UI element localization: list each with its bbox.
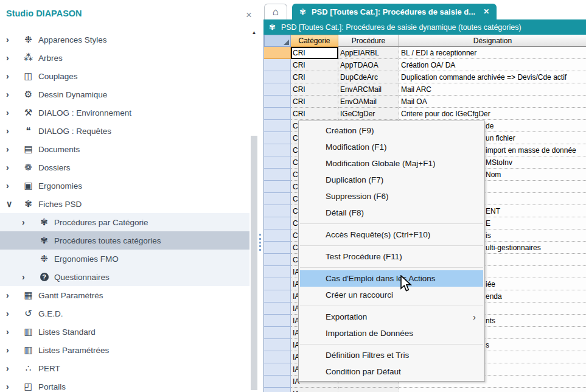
cell-designation[interactable]: Création OA/ DA bbox=[399, 59, 586, 71]
chevron-right-icon[interactable]: › bbox=[21, 272, 37, 282]
row-selector[interactable] bbox=[264, 242, 291, 254]
cell-designation[interactable]: BL / EDI à receptionner bbox=[399, 47, 586, 59]
sidebar-item-dialog-environnement[interactable]: ›⚒DIALOG : Environnement bbox=[0, 103, 249, 122]
chevron-right-icon[interactable]: › bbox=[5, 363, 21, 373]
row-selector[interactable] bbox=[264, 278, 291, 290]
menu-item-suppression-f6[interactable]: Suppression (F6) bbox=[300, 188, 483, 205]
chevron-right-icon[interactable]: › bbox=[5, 35, 21, 44]
cell-procedure[interactable]: AppEIARBL bbox=[338, 47, 399, 59]
tab-home[interactable]: ⌂ bbox=[264, 4, 287, 19]
chevron-right-icon[interactable]: › bbox=[5, 108, 21, 117]
sidebar-item-arbres[interactable]: ›⁂Arbres bbox=[0, 49, 249, 67]
cell-categorie[interactable]: CRI bbox=[291, 108, 338, 120]
chevron-down-icon[interactable]: ∨ bbox=[5, 199, 21, 209]
row-selector[interactable] bbox=[264, 205, 291, 217]
menu-item-definition-filtres-et-tris[interactable]: Définition Filtres et Tris bbox=[300, 347, 483, 363]
cell-procedure[interactable]: IGeCfgDer bbox=[338, 108, 399, 120]
cell-designation[interactable]: Mail OA bbox=[399, 96, 586, 108]
column-header-procedure[interactable]: Procédure bbox=[338, 35, 399, 47]
menu-item-acces-requete-s-ctrl-f10[interactable]: Accès Requête(s) (Ctrl+F10) bbox=[300, 226, 483, 243]
row-selector[interactable] bbox=[264, 217, 291, 229]
sidebar-item-ergonomies-fmo[interactable]: ❉Ergonomies FMO bbox=[0, 250, 249, 268]
sidebar-item-portails[interactable]: ›◰Portails bbox=[0, 377, 249, 392]
sidebar-item-ergonomies[interactable]: ›▣Ergonomies bbox=[0, 177, 249, 195]
sidebar-item-listes-parametrees[interactable]: ›▥Listes Paramétrées bbox=[0, 341, 249, 359]
close-icon[interactable]: × bbox=[243, 10, 254, 21]
sidebar-item-fiches-psd[interactable]: ∨✾Fiches PSD bbox=[0, 195, 249, 213]
cell-designation[interactable]: Mail ARC bbox=[399, 83, 586, 96]
sidebar-item-g-e-d[interactable]: ›↺G.E.D. bbox=[0, 304, 249, 323]
menu-item-exportation[interactable]: Exportation› bbox=[300, 309, 483, 325]
chevron-right-icon[interactable]: › bbox=[21, 217, 37, 227]
sidebar-item-procedures-toutes-categories[interactable]: ✾Procédures toutes catégories bbox=[0, 231, 249, 250]
row-selector[interactable] bbox=[264, 290, 291, 303]
cell-categorie[interactable]: CRI bbox=[291, 83, 338, 96]
row-selector[interactable] bbox=[264, 144, 291, 156]
scroll-up-icon[interactable]: ▲ bbox=[250, 28, 258, 38]
chevron-right-icon[interactable]: › bbox=[5, 327, 21, 337]
menu-item-creation-f9[interactable]: Création (F9) bbox=[300, 122, 483, 139]
menu-item-modification-globale-maj-f1[interactable]: Modification Globale (Maj+F1) bbox=[300, 155, 483, 172]
chevron-right-icon[interactable]: › bbox=[5, 71, 21, 81]
row-selector[interactable] bbox=[264, 132, 291, 144]
menu-item-detail-f8[interactable]: Détail (F8) bbox=[300, 205, 483, 221]
cell-designation[interactable] bbox=[399, 388, 586, 392]
cell-procedure[interactable] bbox=[338, 388, 399, 392]
cell-designation[interactable]: Duplication commande archivée => Devis/C… bbox=[399, 71, 586, 83]
cell-categorie[interactable]: CRI bbox=[291, 47, 338, 59]
chevron-right-icon[interactable]: › bbox=[5, 126, 21, 136]
chevron-right-icon[interactable]: › bbox=[5, 309, 21, 318]
sidebar-item-gantt-parametres[interactable]: ›▦Gantt Paramétrés bbox=[0, 286, 249, 304]
row-selector[interactable] bbox=[264, 59, 291, 71]
chevron-right-icon[interactable]: › bbox=[5, 89, 21, 99]
row-selector[interactable] bbox=[264, 71, 291, 83]
chevron-right-icon[interactable]: › bbox=[5, 345, 21, 355]
cell-categorie[interactable]: IA bbox=[291, 388, 338, 392]
cell-designation[interactable]: Critere pour doc IGeCfgDer bbox=[399, 108, 586, 120]
sidebar-item-couplages[interactable]: ›◫Couplages bbox=[0, 67, 249, 85]
sidebar-item-dialog-requetes[interactable]: ›❝DIALOG : Requêtes bbox=[0, 122, 249, 140]
row-selector[interactable] bbox=[264, 363, 291, 376]
row-selector[interactable] bbox=[264, 376, 291, 388]
chevron-right-icon[interactable]: › bbox=[5, 163, 21, 172]
sidebar-item-dessin-dynamique[interactable]: ›⚙Dessin Dynamique bbox=[0, 85, 249, 103]
row-selector[interactable] bbox=[264, 254, 291, 266]
chevron-right-icon[interactable]: › bbox=[5, 382, 21, 391]
tab-close-icon[interactable]: ✕ bbox=[483, 7, 489, 16]
sidebar-item-dossiers[interactable]: ›❁Dossiers bbox=[0, 158, 249, 177]
panel-splitter[interactable] bbox=[258, 0, 263, 392]
row-selector[interactable] bbox=[264, 108, 291, 120]
column-header-designation[interactable]: Désignation bbox=[399, 35, 586, 47]
sidebar-scrollbar[interactable]: ▲ bbox=[250, 28, 258, 392]
sidebar-item-documents[interactable]: ›▤Documents bbox=[0, 140, 249, 158]
row-selector[interactable] bbox=[264, 47, 291, 59]
menu-item-duplication-f7[interactable]: Duplication (F7) bbox=[300, 172, 483, 188]
sidebar-item-questionnaires[interactable]: ›?Questionnaires bbox=[0, 268, 249, 286]
row-selector[interactable] bbox=[264, 156, 291, 169]
sidebar-item-listes-standard[interactable]: ›▥Listes Standard bbox=[0, 323, 249, 341]
row-selector[interactable] bbox=[264, 83, 291, 96]
chevron-right-icon[interactable]: › bbox=[5, 144, 21, 154]
chevron-right-icon[interactable]: › bbox=[5, 181, 21, 191]
chevron-right-icon[interactable]: › bbox=[5, 290, 21, 300]
row-selector[interactable] bbox=[264, 303, 291, 315]
sidebar-item-pert[interactable]: ›∴PERT bbox=[0, 359, 249, 377]
menu-item-importation-de-donnees[interactable]: Importation de Données bbox=[300, 325, 483, 341]
cell-procedure[interactable]: AppTDAOA bbox=[338, 59, 399, 71]
cell-categorie[interactable]: CRI bbox=[291, 71, 338, 83]
scrollbar-thumb[interactable] bbox=[251, 136, 257, 390]
row-selector[interactable] bbox=[264, 327, 291, 339]
row-selector[interactable] bbox=[264, 96, 291, 108]
sidebar-item-procedures-par-categorie[interactable]: ›✾Procédures par Catégorie bbox=[0, 213, 249, 231]
row-selector[interactable] bbox=[264, 181, 291, 193]
menu-item-condition-par-defaut[interactable]: Condition par Défaut bbox=[300, 363, 483, 380]
splitter-grip-icon[interactable] bbox=[259, 234, 261, 251]
chevron-right-icon[interactable]: › bbox=[5, 53, 21, 63]
cell-procedure[interactable]: DupCdeArc bbox=[338, 71, 399, 83]
row-selector[interactable] bbox=[264, 339, 291, 351]
row-selector[interactable] bbox=[264, 315, 291, 327]
row-selector[interactable] bbox=[264, 351, 291, 363]
column-header-categorie[interactable]: Catégorie bbox=[291, 35, 338, 47]
tab-psd-procedures[interactable]: ✾ PSD [Toutes Cat.]: Procédures de saisi… bbox=[292, 4, 497, 19]
menu-item-modification-f1[interactable]: Modification (F1) bbox=[300, 139, 483, 155]
